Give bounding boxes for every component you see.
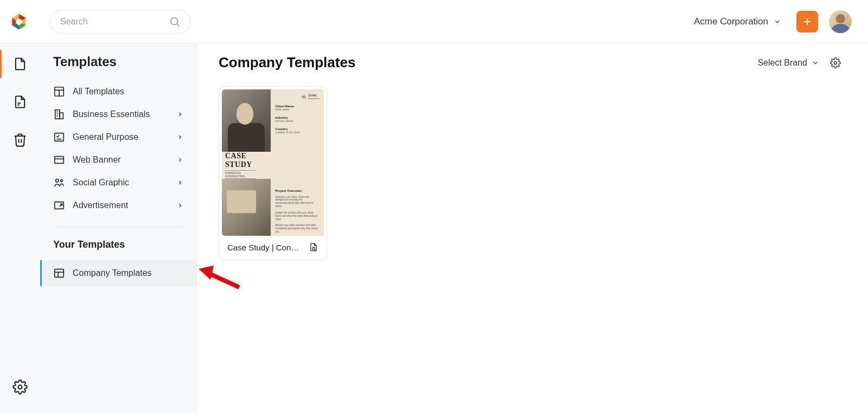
chevron-down-icon — [774, 18, 781, 25]
plus-icon — [802, 16, 813, 27]
template-card[interactable]: CASE STUDY FINANCIAL CONSULTING SVML Cor — [219, 86, 327, 260]
sidebar-item-general-purpose[interactable]: General Purpose — [40, 126, 196, 149]
thumb-case-study-subtitle: FINANCIAL CONSULTING — [225, 170, 256, 179]
thumb-brand-logo: SVML Corporation — [301, 94, 320, 100]
svg-rect-15 — [55, 133, 64, 141]
brand-selector-label: Select Brand — [757, 58, 807, 68]
banner-icon — [53, 154, 65, 166]
svg-point-27 — [834, 61, 837, 64]
sidebar: Templates All Templates Business Essenti… — [40, 43, 197, 413]
chevron-right-icon — [177, 134, 183, 140]
grid-icon — [53, 86, 65, 98]
gear-icon — [12, 379, 28, 395]
svg-point-0 — [171, 17, 178, 24]
checklist-icon — [53, 131, 65, 143]
svg-rect-17 — [55, 157, 64, 164]
sidebar-item-company-templates[interactable]: Company Templates — [40, 260, 196, 286]
app-logo[interactable] — [10, 12, 28, 31]
workspace-name: Acme Corporation — [694, 16, 768, 27]
search-input[interactable] — [60, 17, 169, 27]
rail-documents[interactable] — [9, 91, 31, 113]
nav-rail — [0, 43, 40, 413]
sidebar-item-advertisement[interactable]: Advertisement — [40, 194, 196, 217]
chevron-right-icon — [177, 157, 183, 163]
svg-rect-24 — [55, 269, 64, 278]
building-icon — [53, 108, 65, 120]
sidebar-item-web-banner[interactable]: Web Banner — [40, 149, 196, 171]
svg-line-31 — [315, 249, 316, 250]
file-icon — [12, 56, 28, 72]
create-button[interactable] — [796, 11, 818, 33]
svg-line-1 — [177, 24, 179, 26]
thumb-case-study-title: CASE STUDY — [225, 152, 267, 169]
sidebar-divider — [53, 227, 183, 227]
preview-icon[interactable] — [309, 242, 318, 252]
sidebar-item-label: General Purpose — [73, 132, 138, 142]
svg-point-30 — [312, 247, 315, 250]
ad-icon — [53, 199, 65, 211]
chevron-down-icon — [812, 59, 819, 67]
sidebar-item-label: Company Templates — [73, 268, 152, 278]
workspace-switcher[interactable]: Acme Corporation — [694, 16, 781, 27]
svg-point-6 — [18, 385, 22, 389]
svg-rect-11 — [60, 113, 63, 119]
svg-point-20 — [56, 179, 59, 183]
template-card-title: Case Study | Con… — [227, 243, 303, 252]
template-thumbnail: CASE STUDY FINANCIAL CONSULTING SVML Cor — [222, 89, 324, 236]
trash-icon — [12, 132, 28, 147]
rail-settings[interactable] — [9, 376, 31, 398]
sidebar-item-label: Social Graphic — [73, 178, 129, 188]
sidebar-item-business-essentials[interactable]: Business Essentials — [40, 103, 196, 126]
rail-trash[interactable] — [9, 129, 31, 151]
main-content: Company Templates Select Brand CASE STUD… — [197, 43, 868, 413]
doc-icon — [12, 94, 28, 109]
sidebar-item-all-templates[interactable]: All Templates — [40, 80, 196, 103]
settings-icon[interactable] — [830, 57, 841, 68]
layout-icon — [53, 267, 65, 279]
chevron-right-icon — [177, 202, 183, 209]
brand-selector[interactable]: Select Brand — [757, 58, 819, 68]
search-box[interactable] — [50, 10, 191, 34]
sidebar-item-label: Business Essentials — [73, 109, 150, 119]
your-templates-heading: Your Templates — [40, 239, 196, 260]
user-avatar[interactable] — [829, 10, 852, 33]
chevron-right-icon — [177, 179, 183, 186]
topbar: Acme Corporation — [0, 0, 868, 43]
sidebar-item-label: Advertisement — [73, 201, 128, 210]
sidebar-item-label: Web Banner — [73, 155, 121, 165]
search-icon — [169, 16, 181, 28]
chevron-right-icon — [177, 111, 183, 118]
page-title: Company Templates — [219, 54, 355, 71]
sidebar-item-social-graphic[interactable]: Social Graphic — [40, 171, 196, 194]
sidebar-title: Templates — [40, 54, 196, 80]
svg-point-21 — [61, 180, 63, 182]
svg-rect-10 — [55, 110, 60, 119]
social-icon — [53, 177, 65, 189]
sidebar-item-label: All Templates — [73, 87, 124, 96]
rail-templates[interactable] — [9, 53, 31, 75]
